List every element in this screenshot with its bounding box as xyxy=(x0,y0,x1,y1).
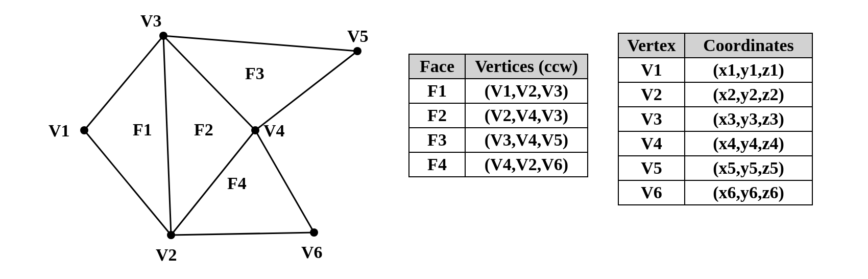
mesh-edge xyxy=(163,36,357,51)
face-cell: F2 xyxy=(409,103,465,128)
mesh-edge xyxy=(163,36,171,235)
vertex-label-v5: V5 xyxy=(347,27,369,45)
face-cell: F3 xyxy=(409,128,465,152)
table-row: V3 (x3,y3,z3) xyxy=(618,107,812,131)
vertex-dot-v3 xyxy=(159,32,167,40)
coords-cell: (x2,y2,z2) xyxy=(685,82,812,107)
face-label-f3: F3 xyxy=(245,64,264,83)
coords-header: Coordinates xyxy=(685,33,812,58)
vertex-cell: V5 xyxy=(618,156,685,180)
figure-container: V1V2V3V4V5V6 F1F2F3F4 Face Vertices (ccw… xyxy=(0,0,868,279)
table-row: V4 (x4,y4,z4) xyxy=(618,131,812,156)
vertex-dot-v5 xyxy=(353,47,361,55)
vertex-cell: V6 xyxy=(618,180,685,205)
mesh-edge xyxy=(171,232,314,235)
face-cell: F4 xyxy=(409,152,465,177)
coords-cell: (x5,y5,z5) xyxy=(685,156,812,180)
vertices-cell: (V2,V4,V3) xyxy=(465,103,588,128)
vertex-header: Vertex xyxy=(618,33,685,58)
vertex-label-v3: V3 xyxy=(140,11,162,30)
mesh-edge xyxy=(255,130,314,232)
table-header-row: Vertex Coordinates xyxy=(618,33,812,58)
coords-cell: (x1,y1,z1) xyxy=(685,58,812,82)
table-row: V5 (x5,y5,z5) xyxy=(618,156,812,180)
face-labels: F1F2F3F4 xyxy=(133,64,264,193)
vertex-dot-v2 xyxy=(167,231,175,239)
mesh-edges xyxy=(84,36,357,235)
vertices-cell: (V3,V4,V5) xyxy=(465,128,588,152)
face-label-f2: F2 xyxy=(194,120,213,139)
vertex-label-v6: V6 xyxy=(301,243,323,262)
face-table: Face Vertices (ccw) F1 (V1,V2,V3) F2 (V2… xyxy=(408,54,588,177)
table-row: F4 (V4,V2,V6) xyxy=(409,152,588,177)
vertex-dot-v4 xyxy=(251,126,259,134)
table-row: F3 (V3,V4,V5) xyxy=(409,128,588,152)
mesh-edge xyxy=(163,36,255,130)
face-label-f1: F1 xyxy=(133,120,152,139)
vertex-dot-v6 xyxy=(310,228,318,237)
coords-cell: (x6,y6,z6) xyxy=(685,180,812,205)
table-row: F1 (V1,V2,V3) xyxy=(409,79,588,103)
vertices-cell: (V4,V2,V6) xyxy=(465,152,588,177)
face-label-f4: F4 xyxy=(227,174,247,193)
table-row: V2 (x2,y2,z2) xyxy=(618,82,812,107)
mesh-diagram: V1V2V3V4V5V6 F1F2F3F4 xyxy=(31,5,398,271)
mesh-vertices xyxy=(80,32,361,239)
vertices-cell: (V1,V2,V3) xyxy=(465,79,588,103)
table-row: V6 (x6,y6,z6) xyxy=(618,180,812,205)
vertex-dot-v1 xyxy=(80,126,88,134)
vertex-table: Vertex Coordinates V1 (x1,y1,z1) V2 (x2,… xyxy=(618,33,813,205)
table-header-row: Face Vertices (ccw) xyxy=(409,54,588,79)
vertex-label-v1: V1 xyxy=(49,121,70,140)
vertices-header: Vertices (ccw) xyxy=(465,54,588,79)
vertex-label-v2: V2 xyxy=(156,245,177,264)
vertex-cell: V1 xyxy=(618,58,685,82)
table-row: F2 (V2,V4,V3) xyxy=(409,103,588,128)
coords-cell: (x3,y3,z3) xyxy=(685,107,812,131)
face-header: Face xyxy=(409,54,465,79)
vertex-label-v4: V4 xyxy=(263,121,285,140)
vertex-cell: V4 xyxy=(618,131,685,156)
mesh-edge xyxy=(84,36,163,130)
vertex-cell: V2 xyxy=(618,82,685,107)
mesh-edge xyxy=(255,51,357,130)
face-cell: F1 xyxy=(409,79,465,103)
coords-cell: (x4,y4,z4) xyxy=(685,131,812,156)
vertex-cell: V3 xyxy=(618,107,685,131)
mesh-edge xyxy=(84,130,171,235)
table-row: V1 (x1,y1,z1) xyxy=(618,58,812,82)
